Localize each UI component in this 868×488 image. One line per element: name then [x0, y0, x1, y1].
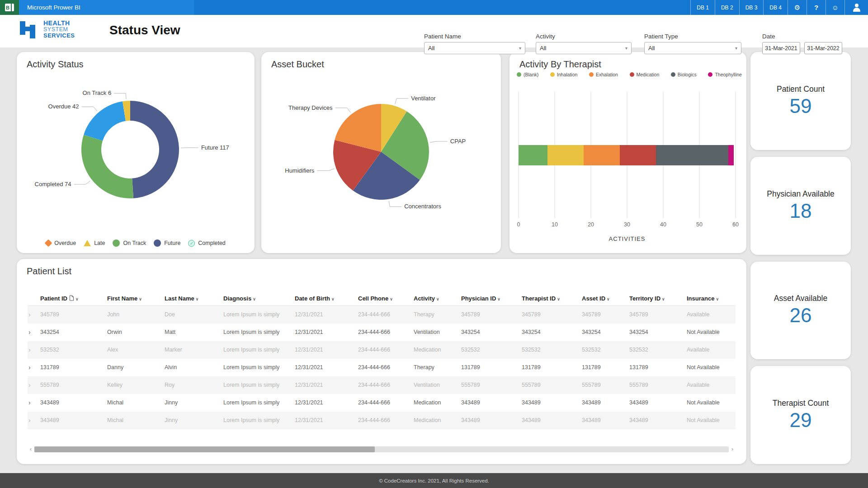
logo-line-3: SERVICES [43, 33, 75, 39]
column-header-physician-id[interactable]: Physician ID∨ [460, 291, 521, 306]
feedback-smiley-icon[interactable]: ☺ [826, 0, 844, 15]
patient-name-select[interactable]: All ▾ [424, 42, 525, 54]
slice-overdue[interactable] [84, 101, 126, 141]
scrollbar-thumb[interactable] [34, 446, 375, 452]
table-row[interactable]: ›555789KelleyRoyLorem Ipsum is simply12/… [28, 376, 736, 394]
table-cell: 234-444-666 [357, 412, 413, 429]
legend-item-inhalation[interactable]: Inhalation [550, 72, 578, 77]
row-expand-icon[interactable]: › [28, 394, 39, 412]
legend-item-blank[interactable]: (Blank) [517, 72, 538, 77]
slice-label-on-track: On Track 6 [83, 89, 112, 96]
legend-item-biologics[interactable]: Biologics [671, 72, 697, 77]
column-header-diagnosis[interactable]: Diagnosis∨ [222, 291, 294, 306]
bar-segment-inhalation[interactable] [547, 145, 584, 165]
nav-item-db-4[interactable]: DB 4 [763, 0, 788, 15]
column-header-activity[interactable]: Activity∨ [413, 291, 460, 306]
table-cell: 12/31/2021 [294, 412, 357, 429]
x-axis-label: ACTIVITIES [609, 235, 646, 242]
legend-item-on-track[interactable]: On Track [113, 239, 146, 247]
activity-select[interactable]: All ▾ [536, 42, 632, 54]
bar-segment-exhalation[interactable] [584, 145, 620, 165]
therapist-legend: (Blank) Inhalation Exhalation Medication… [517, 72, 742, 77]
nav-item-db-2[interactable]: DB 2 [715, 0, 739, 15]
table-cell: Roy [164, 376, 222, 394]
legend-item-theophylline[interactable]: Theophylline [708, 72, 742, 77]
asset-bucket-card: Asset Bucket VentilatorCPAPConcentrators… [261, 52, 501, 253]
table-cell: Doe [164, 306, 222, 324]
table-cell: 555789 [628, 376, 686, 394]
scrollbar-track[interactable] [34, 446, 729, 452]
profile-icon[interactable] [844, 0, 868, 15]
row-expand-icon[interactable]: › [28, 306, 39, 324]
dashboard: B Microsoft Prower BI DB 1DB 2DB 3DB 4 ⚙… [0, 0, 868, 488]
table-cell: 343489 [628, 412, 686, 429]
bar-segment-blank[interactable] [519, 145, 547, 165]
kpi-label: Physician Available [767, 189, 835, 199]
column-header-date-of-birth[interactable]: Date of Birth∨ [294, 291, 357, 306]
activity-status-title: Activity Status [27, 59, 84, 70]
nav-item-db-3[interactable]: DB 3 [739, 0, 764, 15]
settings-gear-icon[interactable]: ⚙ [788, 0, 807, 15]
table-row[interactable]: ›532532AlexMarkerLorem Ipsum is simply12… [28, 341, 736, 359]
filter-date: Date 31-Mar-2021 31-Mar-2022 [762, 33, 842, 54]
patient-type-select[interactable]: All ▾ [644, 42, 741, 54]
column-header-first-name[interactable]: First Name∨ [106, 291, 164, 306]
bar-segment-theophylline[interactable] [728, 145, 734, 165]
bar-segment-biologics[interactable] [656, 145, 728, 165]
date-to-input[interactable]: 31-Mar-2022 [804, 42, 842, 54]
table-cell: 234-444-666 [357, 376, 413, 394]
row-expand-icon[interactable]: › [28, 324, 39, 341]
slice-completed[interactable] [81, 135, 133, 198]
scroll-left-icon[interactable]: ‹ [27, 446, 34, 452]
table-cell: Orwin [106, 324, 164, 341]
legend-item-exhalation[interactable]: Exhalation [589, 72, 618, 77]
table-cell: Lorem Ipsum is simply [222, 394, 294, 412]
horizontal-scrollbar[interactable]: ‹ › [27, 446, 736, 452]
table-row[interactable]: ›345789JohnDoeLorem Ipsum is simply12/31… [28, 306, 736, 324]
kpi-card-asset-available[interactable]: Asset Available 26 [750, 262, 851, 360]
table-row[interactable]: ›131789DannyAlvinLorem Ipsum is simply12… [28, 359, 736, 376]
kpi-card-patient-count[interactable]: Patient Count 59 [750, 52, 851, 150]
table-cell: 131789 [460, 359, 521, 376]
column-header-cell-phone[interactable]: Cell Phone∨ [357, 291, 413, 306]
legend-item-medication[interactable]: Medication [630, 72, 660, 77]
slice-future[interactable] [130, 101, 179, 198]
legend-item-completed[interactable]: ✓Completed [188, 240, 225, 247]
table-cell: 345789 [521, 306, 581, 324]
date-from-input[interactable]: 31-Mar-2021 [762, 42, 800, 54]
table-row[interactable]: ›343489MichalJinnyLorem Ipsum is simply1… [28, 394, 736, 412]
scroll-right-icon[interactable]: › [729, 446, 736, 452]
legend-item-future[interactable]: Future [154, 239, 180, 247]
table-row[interactable]: ›343489MichalJinnyLorem Ipsum is simply1… [28, 412, 736, 429]
row-expand-icon[interactable]: › [28, 341, 39, 359]
slice-label-humidifiers: Humidifiers [285, 167, 315, 174]
patient-type-value: All [648, 45, 655, 52]
powerbi-logo-icon[interactable]: B [0, 0, 19, 15]
row-expand-icon[interactable]: › [28, 376, 39, 394]
bar-segment-medication[interactable] [620, 145, 656, 165]
top-app-bar: B Microsoft Prower BI DB 1DB 2DB 3DB 4 ⚙… [0, 0, 868, 15]
row-expand-icon[interactable]: › [28, 359, 39, 376]
column-header-insurance[interactable]: Insurance∨ [686, 291, 736, 306]
table-cell: Therapy [413, 306, 460, 324]
table-cell: 343489 [460, 412, 521, 429]
column-header-asset-id[interactable]: Asset ID∨ [581, 291, 628, 306]
column-header-last-name[interactable]: Last Name∨ [164, 291, 222, 306]
nav-item-db-1[interactable]: DB 1 [690, 0, 715, 15]
table-cell: 12/31/2021 [294, 394, 357, 412]
table-row[interactable]: ›343254OrwinMattLorem Ipsum is simply12/… [28, 324, 736, 341]
page-footer: © CodeCreators Inc. 2021, All Rights Res… [0, 473, 868, 488]
legend-item-late[interactable]: Late [84, 240, 105, 246]
kpi-card-therapist-count[interactable]: Therapist Count 29 [750, 366, 851, 464]
column-header-patient-id[interactable]: Patient ID∨ [39, 291, 106, 306]
column-header-territory-id[interactable]: Territory ID∨ [628, 291, 686, 306]
slice-label-completed: Completed 74 [35, 181, 71, 188]
legend-item-overdue[interactable]: Overdue [46, 240, 76, 246]
help-icon[interactable]: ? [807, 0, 826, 15]
column-header-therapist-id[interactable]: Therapist ID∨ [521, 291, 581, 306]
row-expand-icon[interactable]: › [28, 412, 39, 429]
table-cell: 343489 [521, 412, 581, 429]
kpi-card-physician-available[interactable]: Physician Available 18 [750, 157, 851, 255]
table-cell: 234-444-666 [357, 324, 413, 341]
svg-text:30: 30 [624, 221, 630, 228]
